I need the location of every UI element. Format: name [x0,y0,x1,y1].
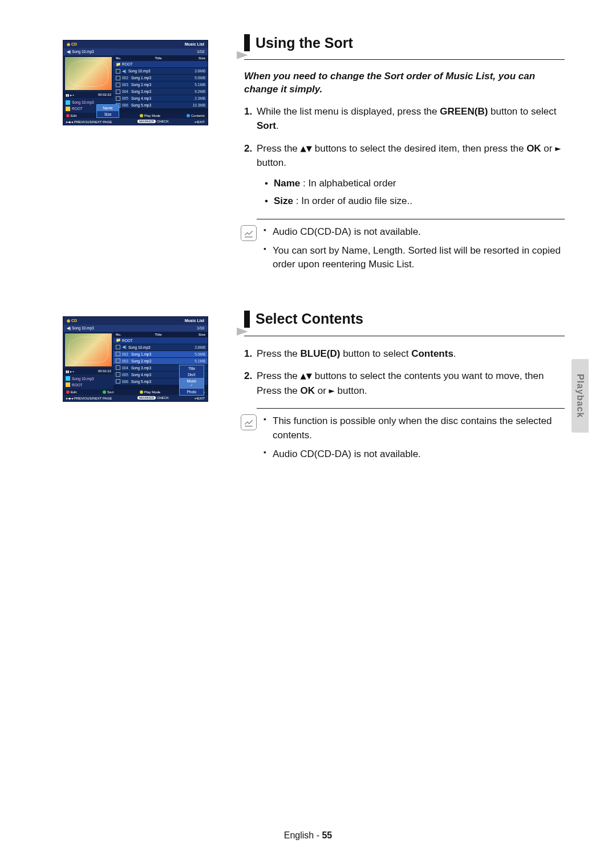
sort-intro: When you need to change the Sort order o… [244,70,565,96]
divider [244,336,565,336]
sort-option-size: Size [97,111,119,117]
tv-disc-label: CD [71,42,77,46]
tv-nav-prev: PREVIOUS/NEXT PAGE [74,120,112,124]
table-row: 002Song 1.mp35.0MB [114,75,208,81]
up-down-arrows-icon: ▲▼ [301,141,312,156]
tv-album-art [64,333,112,367]
play-arrow-icon: ► [329,384,335,398]
tv-album-art [64,56,112,91]
tv-header-right: Music List [185,42,204,47]
tv-nav-check: CHECK [157,120,169,123]
tv-btn-contents: Contents [191,114,205,117]
up-down-arrows-icon: ▲▼ [301,369,312,384]
table-row: 006Song 5.mp310.3MB [114,102,208,109]
tv-btn-playmode: Play Mode [144,114,160,117]
table-row: 003Song 2.mp35.1MB [114,81,208,88]
divider [257,219,565,219]
sort-note-1: Audio CD(CD-DA) is not available. [264,225,565,239]
tv-page-indicator: 1/10 [197,50,204,54]
table-row: 004Song 3.mp39.2MB [114,88,208,95]
page-footer: English - 55 [0,830,616,841]
tv-btn-edit: Edit [71,114,76,117]
play-arrow-icon: ► [555,141,561,156]
sort-popup: Name Size [96,104,119,118]
contents-popup: Title DivX Music Photo [179,365,204,396]
sort-sub-name: Name : In alphabetical order [265,176,565,191]
note-icon [241,414,257,430]
tv-col-size: Size [188,56,205,60]
screenshot-contents: ◉ CDMusic List ◀) Song 10.mp31/10 ▮▮ ▸ ▪… [63,316,208,402]
table-row: 002Song 1.mp35.0MB [114,351,208,358]
tv-col-title: Title [128,56,188,60]
contents-note-2: Audio CD(CD-DA) is not available. [264,447,565,462]
tv-timestamp: 00:02:22 [98,93,111,97]
contents-option-title: Title [180,365,204,372]
contents-step-1: 1. Press the BLUE(D) button to select Co… [244,347,565,361]
tv-row-root: 📁ROOT [114,337,208,344]
sort-sub-size: Size : In order of audio file size.. [265,194,565,209]
table-row: 005Song 4.mp32.3MB [114,95,208,102]
contents-option-photo: Photo [180,389,204,395]
tv-col-no: No. [116,56,128,60]
tv-playback-controls: ▮▮ ▸ ▪ [66,93,74,97]
sort-step-2: 2. Press the ▲▼ buttons to select the de… [244,141,565,209]
tv-side-item: Song 10.mp3 [63,376,114,382]
screenshot-sort: ◉ CDMusic List ◀) Song 10.mp31/10 ▮▮ ▸ ▪… [63,40,208,125]
contents-option-music: Music [180,378,204,389]
heading-using-sort: Using the Sort [256,35,353,51]
tv-now-playing: Song 10.mp3 [72,50,94,54]
contents-option-divx: DivX [180,372,204,378]
divider [257,408,565,409]
note-icon [241,225,257,241]
tv-nav-exit: EXIT [197,120,205,124]
table-row: ◀)Song 10.mp33.8MB [114,344,208,351]
tv-row-root: 📁ROOT [114,61,208,68]
sort-note-2: You can sort by Name, Length. Sorted lis… [264,244,565,272]
heading-select-contents: Select Contents [256,311,363,327]
tv-nav-marker: MARKER [137,120,156,123]
contents-note-1: This function is possible only when the … [264,414,565,442]
table-row: ◀)Song 10.mp33.8MB [114,68,208,75]
sort-option-name: Name [97,105,119,111]
divider [244,59,565,60]
table-row: 003Song 2.mp35.1MB [114,358,208,365]
sort-step-1: 1. While the list menu is displayed, pre… [244,104,565,133]
side-tab-playback: Playback [572,359,589,433]
contents-step-2: 2. Press the ▲▼ buttons to select the co… [244,369,565,398]
tv-side-item: ROOT [63,382,114,388]
